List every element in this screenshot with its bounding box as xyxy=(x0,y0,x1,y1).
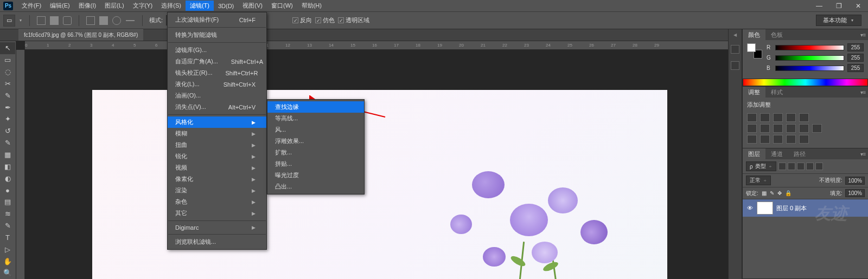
tab-adjustments[interactable]: 调整 xyxy=(743,87,765,98)
adj-levels-icon[interactable] xyxy=(760,113,770,122)
tool-type[interactable]: ✎ xyxy=(0,220,15,232)
lock-pixels-icon[interactable]: ▦ xyxy=(762,190,767,196)
tab-color[interactable]: 颜色 xyxy=(743,29,765,40)
shape-outline-icon[interactable] xyxy=(86,16,95,25)
tab-paths[interactable]: 路径 xyxy=(788,148,811,159)
adj-photofilter-icon[interactable] xyxy=(786,124,796,133)
menu-view[interactable]: 视图(V) xyxy=(238,1,267,11)
opacity-value[interactable]: 100% xyxy=(845,177,865,185)
mi-contour[interactable]: 等高线... xyxy=(267,113,364,124)
check-dither[interactable]: ✓仿色 xyxy=(315,16,335,24)
tab-channels[interactable]: 通道 xyxy=(765,148,788,159)
menu-file[interactable]: 文件(F) xyxy=(17,1,46,11)
mi-pixelate[interactable]: 像素化▶ xyxy=(168,173,266,185)
filter-shape-icon[interactable] xyxy=(806,163,814,170)
mi-other[interactable]: 其它▶ xyxy=(168,207,266,219)
menu-type[interactable]: 文字(Y) xyxy=(129,1,157,11)
menu-3d[interactable]: 3D(D) xyxy=(214,2,238,10)
tool-hand[interactable]: ✋ xyxy=(0,255,15,267)
window-close[interactable]: ✕ xyxy=(848,2,868,10)
adj-lookup-icon[interactable] xyxy=(812,124,822,133)
mi-extrude[interactable]: 凸出... xyxy=(267,181,364,192)
fill-value[interactable]: 100% xyxy=(845,189,865,197)
adj-hue-icon[interactable] xyxy=(747,124,757,133)
g-slider[interactable] xyxy=(775,55,844,61)
layer-name[interactable]: 图层 0 副本 xyxy=(776,204,807,212)
check-transparency[interactable]: ✓透明区域 xyxy=(338,16,369,24)
mi-vanishing-point[interactable]: 消失点(V)...Alt+Ctrl+V xyxy=(168,101,266,113)
tool-crop[interactable]: ✎ xyxy=(0,89,15,101)
shape-line-icon[interactable] xyxy=(126,20,135,21)
layer-item[interactable]: 👁 图层 0 副本 xyxy=(743,199,868,217)
layer-visibility-icon[interactable]: 👁 xyxy=(746,205,754,211)
mi-tiles[interactable]: 拼贴... xyxy=(267,158,364,170)
layer-filter-kind[interactable]: ρ 类型 ÷ xyxy=(746,161,776,171)
adj-bw-icon[interactable] xyxy=(773,124,783,133)
filter-type-icon[interactable] xyxy=(797,163,805,170)
foreground-swatch[interactable] xyxy=(747,43,756,52)
tool-brush[interactable]: ↺ xyxy=(0,125,15,137)
tool-zoom[interactable]: 🔍 xyxy=(0,267,15,279)
mi-browse-online[interactable]: 浏览联机滤镜... xyxy=(168,236,266,248)
mi-render[interactable]: 渲染▶ xyxy=(168,185,266,196)
shape-roundrect-icon[interactable] xyxy=(63,16,72,25)
lock-move-icon[interactable]: ✥ xyxy=(777,190,782,196)
mi-emboss[interactable]: 浮雕效果... xyxy=(267,135,364,147)
filter-adjust-icon[interactable] xyxy=(788,163,795,170)
document-tab[interactable]: fc1fc6cd79.jpg @ 66.7% (图层 0 副本, RGB/8#) xyxy=(18,29,143,41)
dock-properties-icon[interactable] xyxy=(731,61,739,70)
adj-colorbal-icon[interactable] xyxy=(760,124,770,133)
tool-lasso[interactable]: ◌ xyxy=(0,66,15,78)
tab-styles[interactable]: 样式 xyxy=(765,87,788,98)
workspace-switcher[interactable]: 基本功能▾ xyxy=(816,15,861,26)
window-maximize[interactable]: ❐ xyxy=(829,2,848,10)
mi-diffuse[interactable]: 扩散... xyxy=(267,147,364,158)
mi-adaptive-wide[interactable]: 自适应广角(A)...Shift+Ctrl+A xyxy=(168,56,266,67)
filter-pixel-icon[interactable] xyxy=(778,163,786,170)
tool-eyedropper[interactable]: ✒ xyxy=(0,101,15,113)
r-slider[interactable] xyxy=(775,45,844,50)
shape-circ-icon[interactable] xyxy=(112,16,121,25)
adj-threshold-icon[interactable] xyxy=(773,135,783,144)
adj-brightness-icon[interactable] xyxy=(747,113,757,122)
mi-solarize[interactable]: 曝光过度 xyxy=(267,170,364,181)
blend-mode-combo[interactable]: 正常 ÷ xyxy=(746,176,771,185)
b-slider[interactable] xyxy=(775,66,844,71)
tab-swatches[interactable]: 色板 xyxy=(765,29,788,40)
mi-last-filter[interactable]: 上次滤镜操作(F)Ctrl+F xyxy=(168,14,266,25)
menu-filter[interactable]: 滤镜(T) xyxy=(186,1,214,11)
mi-distort[interactable]: 扭曲▶ xyxy=(168,139,266,151)
dock-history-icon[interactable] xyxy=(731,45,739,54)
adjust-panel-menu[interactable]: ▾≡ xyxy=(858,87,868,98)
menu-window[interactable]: 窗口(W) xyxy=(267,1,297,11)
tool-gradient[interactable]: ◐ xyxy=(0,172,15,184)
window-minimize[interactable]: — xyxy=(809,2,829,10)
mi-liquify[interactable]: 液化(L)...Shift+Ctrl+X xyxy=(168,79,266,90)
tool-shape[interactable]: ▷ xyxy=(0,243,15,255)
mi-sharpen[interactable]: 锐化▶ xyxy=(168,151,266,162)
menu-help[interactable]: 帮助(H) xyxy=(297,1,326,11)
b-value[interactable]: 255 xyxy=(847,64,864,72)
adj-invert-icon[interactable] xyxy=(747,135,757,144)
mi-blur[interactable]: 模糊▶ xyxy=(168,128,266,139)
color-spectrum[interactable] xyxy=(743,79,868,86)
adj-gradmap-icon[interactable] xyxy=(786,135,796,144)
tool-eraser[interactable]: ◧ xyxy=(0,160,15,172)
tool-blur[interactable]: ● xyxy=(0,184,15,196)
tool-preset-chev[interactable]: ▾ xyxy=(18,18,23,23)
menu-edit[interactable]: 编辑(E) xyxy=(46,1,74,11)
shape-rect-icon[interactable] xyxy=(37,16,46,25)
adj-chanmix-icon[interactable] xyxy=(799,124,809,133)
r-value[interactable]: 255 xyxy=(847,43,864,51)
mi-filter-gallery[interactable]: 滤镜库(G)... xyxy=(168,44,266,56)
tool-marquee[interactable]: ▭ xyxy=(0,54,15,66)
layer-thumbnail[interactable] xyxy=(757,202,773,215)
tool-history-brush[interactable]: ▦ xyxy=(0,149,15,161)
shape-rect-fill-icon[interactable] xyxy=(50,16,59,25)
menu-image[interactable]: 图像(I) xyxy=(74,1,100,11)
adj-curves-icon[interactable] xyxy=(773,113,783,122)
mi-digimarc[interactable]: Digimarc▶ xyxy=(168,223,266,232)
adj-selcolor-icon[interactable] xyxy=(799,135,809,144)
mi-video[interactable]: 视频▶ xyxy=(168,162,266,173)
filter-smart-icon[interactable] xyxy=(815,163,823,170)
